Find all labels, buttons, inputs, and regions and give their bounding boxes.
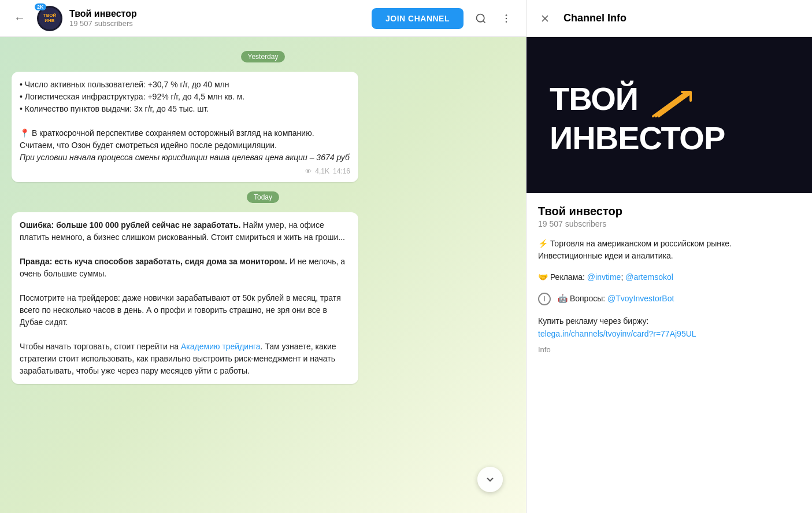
scroll-down-button[interactable] — [477, 467, 503, 492]
close-icon — [539, 13, 551, 24]
chat-header: ← ТВОЙИНВ 2K Твой инвестор 19 507 subscr… — [0, 0, 526, 37]
svg-point-0 — [477, 14, 484, 21]
message-bubble-2: Ошибка: больше 100 000 рублей сейчас не … — [12, 212, 358, 384]
right-panel-title: Channel Info — [563, 12, 626, 24]
more-icon — [500, 13, 512, 24]
ci-questions-text: 🤖 Вопросы: @TvoyInvestorBot — [558, 293, 674, 305]
header-icons — [470, 8, 517, 29]
channel-banner: ТВОЙ ИНВЕСТОР — [526, 37, 812, 193]
svg-line-8 — [656, 93, 688, 116]
svg-point-4 — [506, 21, 507, 23]
close-button[interactable] — [536, 9, 554, 28]
ci-description-section: ⚡ Торговля на американском и российском … — [538, 238, 800, 262]
trend-arrow-icon — [647, 76, 694, 122]
ci-buy-ads-label: Купить рекламу через биржу: — [538, 316, 648, 326]
banner-text-row-1: ТВОЙ — [550, 76, 694, 122]
ci-channel-subs: 19 507 subscribers — [538, 219, 800, 228]
ci-buy-ads-block: Купить рекламу через биржу: telega.in/ch… — [538, 315, 800, 341]
chevron-down-icon — [484, 474, 496, 485]
ci-ads-text: 🤝 Реклама: @invtime; @artemsokol — [538, 271, 673, 283]
banner-text-row-2: ИНВЕСТОР — [550, 122, 725, 154]
telega-link[interactable]: telega.in/channels/tvoyinv/card?r=77Aj95… — [538, 329, 696, 338]
svg-line-1 — [483, 20, 485, 23]
academy-link[interactable]: Академию трейдинга — [181, 342, 260, 351]
back-button[interactable]: ← — [9, 8, 30, 29]
right-panel-header: Channel Info — [526, 0, 812, 37]
date-badge-yesterday: Yesterday — [241, 51, 286, 62]
info-icon: i — [538, 293, 551, 305]
channel-info-header: Твой инвестор 19 507 subscribers — [69, 9, 365, 28]
svg-line-7 — [653, 93, 685, 116]
banner-title-line1: ТВОЙ — [550, 83, 638, 115]
right-panel: Channel Info ТВОЙ ИНВЕСТОР — [526, 0, 812, 513]
ci-ads-section: 🤝 Реклама: @invtime; @artemsokol — [538, 271, 800, 283]
artemsokol-link[interactable]: @artemsokol — [625, 272, 673, 282]
more-button[interactable] — [496, 8, 517, 29]
svg-point-3 — [506, 17, 507, 19]
bot-link[interactable]: @TvoyInvestorBot — [607, 294, 674, 303]
svg-line-9 — [659, 93, 691, 116]
ci-channel-name: Твой инвестор — [538, 205, 800, 218]
invtime-link[interactable]: @invtime — [587, 272, 621, 282]
message-text-2: Ошибка: больше 100 000 рублей сейчас не … — [20, 219, 350, 377]
chat-area: Yesterday • Число активных пользователей… — [0, 37, 526, 513]
join-channel-button[interactable]: JOIN CHANNEL — [372, 8, 464, 29]
date-badge-today: Today — [247, 191, 279, 203]
message-views-1: 4,1K — [315, 167, 329, 175]
message-time-1: 14:16 — [333, 167, 350, 175]
ci-description-text: ⚡ Торговля на американском и российском … — [538, 238, 732, 262]
svg-point-2 — [506, 14, 507, 16]
search-button[interactable] — [470, 8, 491, 29]
banner-title-line2: ИНВЕСТОР — [550, 122, 725, 154]
channel-subs-header: 19 507 subscribers — [69, 19, 365, 28]
channel-info-body: Твой инвестор 19 507 subscribers ⚡ Торго… — [526, 193, 812, 366]
ci-info-label: Info — [538, 345, 800, 354]
channel-name-header: Твой инвестор — [69, 9, 365, 19]
message-text-1: • Число активных пользователей: +30,7 % … — [20, 79, 350, 164]
message-bubble-1: • Число активных пользователей: +30,7 % … — [12, 72, 358, 182]
message-meta-1: 👁 4,1K 14:16 — [20, 167, 350, 175]
banner-logo: ТВОЙ ИНВЕСТОР — [526, 76, 812, 154]
ci-questions-section: i 🤖 Вопросы: @TvoyInvestorBot — [538, 293, 800, 305]
avatar-wrapper: ТВОЙИНВ 2K — [37, 6, 62, 31]
search-icon — [475, 13, 487, 24]
views-icon: 👁 — [305, 168, 312, 175]
notification-badge: 2K — [35, 3, 46, 10]
